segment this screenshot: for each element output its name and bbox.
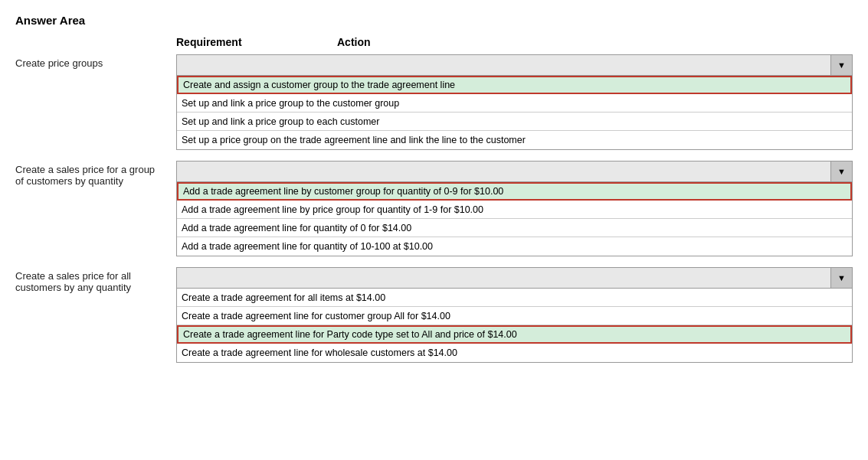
- option-row[interactable]: Create a trade agreement line for custom…: [177, 307, 852, 325]
- action-cell: ▼Create and assign a customer group to t…: [176, 54, 853, 150]
- option-row[interactable]: Set up a price group on the trade agreem…: [177, 131, 852, 149]
- option-row[interactable]: Create a trade agreement line for Party …: [177, 325, 852, 344]
- option-text: Create a trade agreement line for Party …: [183, 329, 517, 340]
- requirement-cell: Create a sales price for all customers b…: [15, 267, 176, 293]
- option-text: Set up and link a price group to the cus…: [182, 98, 399, 109]
- option-text: Create a trade agreement for all items a…: [182, 292, 385, 303]
- requirement-cell: Create price groups: [15, 54, 176, 69]
- qa-row: Create a sales price for all customers b…: [15, 267, 853, 363]
- option-row[interactable]: Set up and link a price group to each cu…: [177, 113, 852, 131]
- dropdown-row[interactable]: ▼: [177, 55, 852, 76]
- option-text: Create and assign a customer group to th…: [183, 80, 455, 90]
- action-cell: ▼Add a trade agreement line by customer …: [176, 161, 853, 256]
- qa-row: Create a sales price for a group of cust…: [15, 161, 853, 256]
- dropdown-row[interactable]: ▼: [177, 268, 852, 289]
- dropdown-arrow-icon[interactable]: ▼: [830, 268, 852, 288]
- option-row[interactable]: Add a trade agreement line by customer g…: [177, 182, 852, 201]
- option-row[interactable]: Create and assign a customer group to th…: [177, 76, 852, 94]
- dropdown-arrow-icon[interactable]: ▼: [830, 161, 852, 181]
- option-text: Add a trade agreement line by customer g…: [183, 186, 503, 197]
- action-cell: ▼Create a trade agreement for all items …: [176, 267, 853, 363]
- dropdown-arrow-icon[interactable]: ▼: [830, 55, 852, 75]
- option-row[interactable]: Set up and link a price group to the cus…: [177, 94, 852, 113]
- action-header: Action: [337, 36, 371, 48]
- dropdown-row[interactable]: ▼: [177, 161, 852, 182]
- qa-row: Create price groups▼Create and assign a …: [15, 54, 853, 150]
- option-text: Create a trade agreement line for wholes…: [182, 347, 457, 358]
- option-text: Add a trade agreement line by price grou…: [182, 204, 483, 215]
- answer-table: Create price groups▼Create and assign a …: [15, 54, 853, 363]
- option-text: Create a trade agreement line for custom…: [182, 311, 450, 321]
- option-text: Set up a price group on the trade agreem…: [182, 135, 526, 145]
- option-row[interactable]: Add a trade agreement line for quantity …: [177, 219, 852, 237]
- option-row[interactable]: Add a trade agreement line for quantity …: [177, 237, 852, 256]
- option-text: Set up and link a price group to each cu…: [182, 116, 379, 127]
- requirement-header: Requirement: [176, 36, 337, 48]
- requirement-cell: Create a sales price for a group of cust…: [15, 161, 176, 187]
- page-title: Answer Area: [15, 14, 853, 27]
- option-row[interactable]: Create a trade agreement line for wholes…: [177, 344, 852, 362]
- option-text: Add a trade agreement line for quantity …: [182, 241, 433, 252]
- option-text: Add a trade agreement line for quantity …: [182, 223, 411, 233]
- option-row[interactable]: Create a trade agreement for all items a…: [177, 289, 852, 307]
- option-row[interactable]: Add a trade agreement line by price grou…: [177, 201, 852, 219]
